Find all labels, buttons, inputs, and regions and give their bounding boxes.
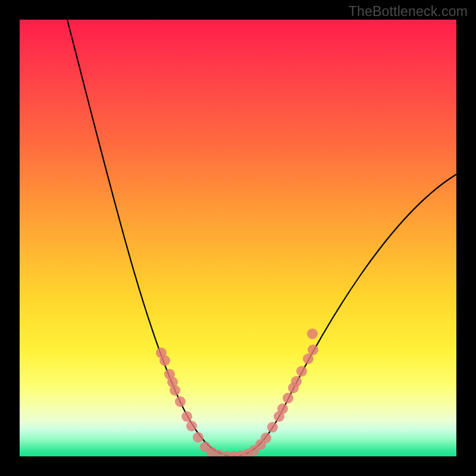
marker-dot [296, 366, 307, 377]
marker-dot [277, 403, 288, 414]
marker-dot [193, 432, 203, 443]
marker-dot [267, 422, 278, 433]
chart-svg [20, 20, 456, 456]
marker-dot [291, 376, 302, 387]
marker-dot [283, 393, 293, 403]
watermark-text: TheBottleneck.com [349, 4, 468, 20]
marker-dot [159, 355, 170, 366]
main-curve [67, 20, 456, 456]
outer-frame: TheBottleneck.com [0, 0, 476, 476]
marker-dot [170, 385, 180, 396]
marker-dot [308, 345, 318, 355]
marker-dot [181, 411, 192, 422]
marker-dot [186, 421, 197, 431]
plot-area [20, 20, 456, 456]
marker-dot [261, 433, 271, 443]
marker-dot [175, 396, 186, 407]
marker-dot [307, 328, 318, 339]
marker-group [156, 328, 318, 456]
